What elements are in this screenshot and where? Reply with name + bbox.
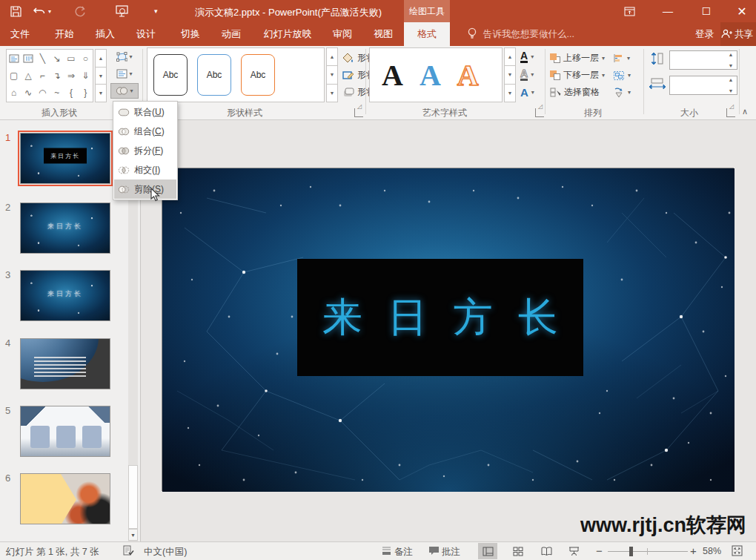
ribbon-display-options-icon[interactable]	[617, 0, 642, 22]
vertical-textbox-shape-icon[interactable]	[23, 54, 33, 63]
menu-item-fragment[interactable]: 拆分(F)	[114, 141, 176, 160]
shape-style-gallery[interactable]: Abc Abc Abc	[147, 47, 325, 102]
scribble-shape-icon[interactable]: ∿	[24, 88, 32, 98]
shape-style-orange[interactable]: Abc	[241, 54, 275, 96]
triangle-shape-icon[interactable]: △	[24, 70, 31, 81]
shape-gallery-down-arrow[interactable]: ▼	[95, 67, 107, 85]
rectangle-shape-icon[interactable]: ▭	[67, 53, 75, 64]
textbox-shape-icon[interactable]	[9, 54, 19, 63]
comments-button[interactable]: 批注	[442, 546, 460, 559]
slide-thumbnail-1[interactable]: 来日方长	[20, 133, 110, 184]
language-indicator[interactable]: 中文(中国)	[144, 546, 187, 559]
tab-home[interactable]: 开始	[55, 22, 74, 46]
zoom-level[interactable]: 58%	[703, 546, 721, 556]
tab-insert[interactable]: 插入	[96, 22, 115, 46]
wordart-up-arrow[interactable]: ▲	[504, 47, 516, 66]
text-effects-button[interactable]: A▾	[520, 85, 534, 100]
left-brace-shape-icon[interactable]: {	[70, 88, 73, 98]
tab-transitions[interactable]: 切换	[181, 22, 200, 46]
spell-check-icon[interactable]	[123, 545, 134, 556]
close-button[interactable]: ✕	[729, 0, 755, 22]
menu-item-combine[interactable]: 组合(C)	[114, 122, 176, 141]
menu-item-subtract[interactable]: 剪除(S)	[114, 179, 176, 199]
qat-customize-arrow[interactable]: ▾	[154, 3, 158, 19]
title-text-box[interactable]: 来日方长	[297, 259, 583, 376]
slide-sorter-view-button[interactable]	[508, 543, 528, 559]
thumbnail-scroll-down-arrow[interactable]: ▼	[128, 529, 138, 541]
slide-editing-area[interactable]: 来日方长	[162, 168, 734, 491]
wordart-gallery[interactable]: A A A	[369, 47, 503, 102]
slide-thumbnail-2[interactable]: 来日方长	[20, 202, 110, 254]
group-objects-button[interactable]: ▾	[613, 67, 631, 83]
curve-shape-icon[interactable]: ~	[54, 88, 59, 98]
zoom-slider-thumb[interactable]	[629, 547, 633, 556]
text-outline-button[interactable]: A▾	[520, 67, 534, 82]
text-fill-button[interactable]: A▾	[520, 49, 534, 65]
width-down-arrow[interactable]: ▼	[729, 88, 734, 93]
shape-style-down-arrow[interactable]: ▼	[326, 66, 338, 84]
block-arrow-down-shape-icon[interactable]: ⇓	[82, 70, 89, 81]
edit-shape-button[interactable]: ▾	[110, 49, 139, 65]
zoom-out-button[interactable]: −	[596, 544, 603, 557]
height-up-arrow[interactable]: ▲	[729, 52, 734, 57]
line-shape-icon[interactable]: ╲	[40, 53, 45, 64]
reading-view-button[interactable]	[537, 543, 556, 559]
selection-pane-button[interactable]: 选择窗格	[550, 85, 600, 100]
share-button[interactable]: 共享	[720, 22, 756, 46]
tab-design[interactable]: 设计	[136, 22, 156, 46]
merge-shapes-button[interactable]: ▾	[110, 83, 139, 99]
menu-item-union[interactable]: 联合(U)	[114, 102, 176, 122]
tab-file[interactable]: 文件	[10, 22, 30, 46]
width-up-arrow[interactable]: ▲	[729, 77, 734, 82]
signin-link[interactable]: 登录	[695, 28, 714, 41]
fit-to-window-icon[interactable]	[732, 545, 743, 556]
minimize-button[interactable]: —	[655, 0, 680, 22]
slide-thumbnail-6[interactable]	[20, 473, 110, 524]
undo-dropdown-arrow[interactable]: ▾	[48, 8, 51, 15]
slide-thumbnail-4[interactable]	[20, 338, 110, 389]
tab-review[interactable]: 审阅	[333, 22, 352, 46]
block-arrow-right-shape-icon[interactable]: ⇒	[67, 70, 75, 81]
shape-gallery-up-arrow[interactable]: ▲	[95, 49, 107, 67]
maximize-button[interactable]: ☐	[694, 0, 719, 22]
wordart-more-arrow[interactable]: ▼	[504, 85, 516, 102]
height-down-arrow[interactable]: ▼	[729, 63, 734, 68]
shape-style-up-arrow[interactable]: ▲	[326, 47, 338, 66]
menu-item-intersect[interactable]: 相交(I)	[114, 160, 176, 179]
freeform-shape-icon[interactable]: ⌂	[11, 88, 16, 98]
elbow-connector-shape-icon[interactable]: ⌐	[40, 70, 45, 81]
normal-view-button[interactable]	[478, 543, 497, 559]
zoom-slider-track[interactable]	[608, 551, 688, 552]
start-slideshow-icon[interactable]	[116, 3, 128, 19]
zoom-in-button[interactable]: +	[690, 544, 697, 557]
draw-textbox-button[interactable]: ▾	[110, 66, 139, 82]
tab-animations[interactable]: 动画	[222, 22, 241, 46]
notes-button[interactable]: 备注	[394, 546, 413, 559]
shape-style-blue[interactable]: Abc	[197, 54, 231, 96]
shape-styles-dialog-launcher[interactable]	[354, 108, 363, 117]
wordart-style-orange[interactable]: A	[457, 58, 479, 93]
rotate-button[interactable]: ▾	[613, 85, 631, 100]
save-icon[interactable]	[10, 3, 21, 19]
wordart-down-arrow[interactable]: ▼	[504, 66, 516, 84]
shape-style-more-arrow[interactable]: ▼	[326, 85, 338, 102]
slideshow-view-button[interactable]	[564, 543, 583, 559]
slide-thumbnail-3[interactable]: 来日方长	[20, 270, 110, 321]
height-spinner[interactable]: ▲▼	[669, 50, 737, 70]
wordart-style-black[interactable]: A	[382, 58, 403, 93]
tellme-box[interactable]: 告诉我您想要做什么...	[483, 28, 574, 41]
elbow-arrow-shape-icon[interactable]: ↴	[53, 70, 61, 81]
shape-gallery[interactable]: ╲ ↘ ▭ ○ ▢ △ ⌐ ↴ ⇒ ⇓ ⌂ ∿ ◠ ~ { }	[6, 49, 93, 102]
thumbnail-scrollbar-thumb[interactable]	[128, 465, 138, 529]
send-backward-button[interactable]: 下移一层▾	[550, 67, 605, 83]
bring-forward-button[interactable]: 上移一层▾	[550, 50, 605, 66]
slide-thumbnail-5[interactable]	[20, 406, 110, 457]
rounded-rectangle-shape-icon[interactable]: ▢	[10, 70, 18, 81]
tab-format-active[interactable]: 格式	[404, 22, 450, 46]
collapse-ribbon-arrow[interactable]: ∧	[742, 107, 748, 116]
arrow-shape-icon[interactable]: ↘	[53, 53, 61, 64]
shape-gallery-more-arrow[interactable]: ▼	[95, 85, 107, 102]
tab-slideshow[interactable]: 幻灯片放映	[264, 22, 312, 46]
right-brace-shape-icon[interactable]: }	[84, 88, 87, 98]
size-dialog-launcher[interactable]	[726, 108, 735, 117]
